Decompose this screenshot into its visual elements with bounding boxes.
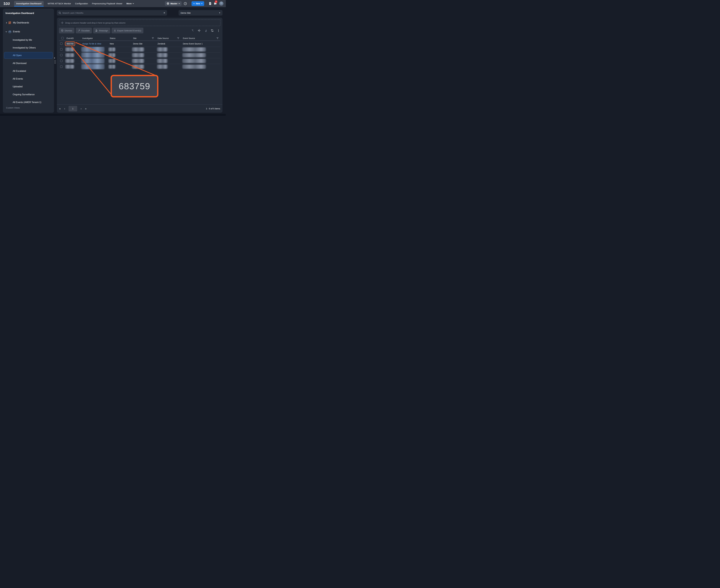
table-row-redacted[interactable] <box>59 47 220 52</box>
grid-pagination: « ‹ 1 › » 1 - 5 of 5 items <box>57 104 222 113</box>
sidebar-collapse-icon[interactable] <box>54 57 56 58</box>
escalate-label: Escalate <box>81 29 90 32</box>
document-icon[interactable] <box>209 2 212 5</box>
group-by-drop-zone[interactable]: Drag a column header and drop it here to… <box>59 19 220 26</box>
redacted-cell <box>81 47 104 52</box>
filter-funnel-icon[interactable] <box>177 37 179 39</box>
tab-preprocessing-playbook-viewer[interactable]: Preprocessing Playbook Viewer <box>92 2 123 5</box>
globe-icon <box>167 2 169 5</box>
table-row-redacted[interactable] <box>59 64 220 70</box>
sidebar-item-all-events[interactable]: All Events <box>4 76 53 82</box>
more-menu[interactable]: More <box>126 2 134 5</box>
last-page-button[interactable]: » <box>85 107 86 110</box>
tenant-master-dropdown[interactable]: Master <box>165 1 182 6</box>
tab-mitre-attack-monitor[interactable]: MITRE ATT&CK Monitor <box>48 2 71 5</box>
column-header-site[interactable]: Site <box>131 37 156 39</box>
column-header-data-source[interactable]: Data Source <box>156 37 181 39</box>
kebab-menu-icon[interactable]: ⋮ <box>217 29 220 32</box>
redacted-cell <box>182 53 206 57</box>
sidebar-group-events[interactable]: Events <box>6 28 52 35</box>
reassign-label: Reassign <box>99 29 108 32</box>
redacted-cell <box>65 47 74 51</box>
chevron-right-icon <box>6 22 7 23</box>
column-header-investigator[interactable]: Investigator <box>81 37 108 39</box>
dashboards-grid-icon <box>8 22 11 24</box>
reassign-icon <box>95 29 98 31</box>
table-header-row: EventID Investigator Status Site Data So… <box>59 36 220 41</box>
select-all-checkbox[interactable] <box>61 37 64 39</box>
chevron-down-icon <box>179 3 180 4</box>
pagination-range-label: 1 - 5 of 5 items <box>206 107 220 110</box>
redacted-cell <box>132 53 144 57</box>
redacted-cell <box>81 52 104 58</box>
previous-page-button[interactable]: ‹ <box>64 107 65 110</box>
sidebar-item-investigated-by-others[interactable]: Investigated by Others <box>4 44 53 51</box>
redacted-cell <box>132 64 144 69</box>
master-label: Master <box>171 2 177 5</box>
search-icon <box>59 12 61 14</box>
group-by-hint: Drag a column header and drop it here to… <box>65 22 125 24</box>
current-page-button[interactable]: 1 <box>68 106 77 111</box>
sort-icon[interactable] <box>204 29 207 32</box>
event-source-cell: Demo Event Source 1 <box>181 43 220 45</box>
row-checkbox[interactable] <box>60 65 62 68</box>
info-icon[interactable]: i <box>184 2 187 5</box>
column-header-status[interactable]: Status <box>108 37 131 39</box>
table-row[interactable]: 683759 Assign To Me & View New Demo Site… <box>59 41 220 47</box>
column-header-eventid[interactable]: EventID <box>65 37 81 39</box>
escalate-button[interactable]: Escalate <box>76 28 92 34</box>
notifications-icon[interactable]: 3 <box>214 2 217 5</box>
row-checkbox[interactable] <box>60 60 62 62</box>
tab-configuration[interactable]: Configuration <box>75 2 88 5</box>
events-table: EventID Investigator Status Site Data So… <box>59 36 220 70</box>
site-selector-dropdown[interactable]: Demo Site ▼ <box>179 10 222 16</box>
assign-to-me-link[interactable]: Assign To Me & View <box>81 43 108 45</box>
sidebar-item-all-dismissed[interactable]: All Dismissed <box>4 60 53 67</box>
sidebar-item-all-open[interactable]: All Open <box>4 52 53 59</box>
redacted-cell <box>157 47 167 51</box>
new-button[interactable]: + New <box>192 1 204 6</box>
column-label: Site <box>133 37 137 39</box>
clear-search-icon[interactable]: ✕ <box>163 12 165 14</box>
more-label: More <box>126 2 132 5</box>
sidebar-item-all-escalated[interactable]: All Escalated <box>4 68 53 75</box>
filter-funnel-icon[interactable] <box>152 37 154 39</box>
redacted-cell <box>108 59 116 63</box>
table-row-redacted[interactable] <box>59 58 220 64</box>
d3-logo-icon: D3 <box>4 2 11 6</box>
row-checkbox[interactable] <box>60 42 62 45</box>
sidebar-drag-handle-icon[interactable] <box>55 60 56 64</box>
reassign-button[interactable]: Reassign <box>93 28 110 34</box>
table-row-redacted[interactable] <box>59 52 220 58</box>
export-selected-events-button[interactable]: Export Selected Event(s) <box>112 28 143 34</box>
notification-badge: 3 <box>215 0 217 3</box>
callout-value: 683759 <box>119 81 150 91</box>
avatar[interactable] <box>219 1 223 6</box>
sidebar-item-investigated-by-me[interactable]: Investigated by Me <box>4 37 53 43</box>
column-header-event-source[interactable]: Event Source <box>181 37 220 39</box>
sidebar-item-all-events-amer-tenant-1[interactable]: All Events (AMER Tenant-1) <box>4 99 53 106</box>
redacted-cell <box>157 59 167 63</box>
redacted-cell <box>108 47 116 51</box>
chevron-down-icon <box>133 3 134 4</box>
refresh-icon[interactable] <box>211 29 214 32</box>
first-page-button[interactable]: « <box>59 107 61 110</box>
navbar-right-controls: Master i + New 3 <box>165 1 223 6</box>
dismiss-button[interactable]: Dismiss <box>59 28 75 34</box>
redacted-cell <box>65 53 74 57</box>
escalate-icon <box>78 29 80 31</box>
search-input[interactable] <box>62 12 162 14</box>
row-checkbox[interactable] <box>60 54 62 56</box>
column-resize-icon[interactable] <box>198 29 201 32</box>
row-checkbox[interactable] <box>60 48 62 50</box>
sidebar-title: Investigation Dashboard <box>5 12 34 15</box>
sidebar-item-uploaded[interactable]: Uploaded <box>4 83 53 90</box>
eventid-highlight-ring: 683759 <box>65 41 75 46</box>
redacted-cell <box>182 59 206 63</box>
sidebar-group-my-dashboards[interactable]: My Dashboards <box>6 19 52 26</box>
tab-investigation-dashboard[interactable]: Investigation Dashboard <box>14 1 44 6</box>
filter-funnel-icon[interactable] <box>217 37 218 39</box>
sidebar-item-ongoing-surveillance[interactable]: Ongoing Surveillance <box>4 91 53 98</box>
next-page-button[interactable]: › <box>81 107 81 110</box>
clear-filter-icon[interactable] <box>192 29 194 32</box>
